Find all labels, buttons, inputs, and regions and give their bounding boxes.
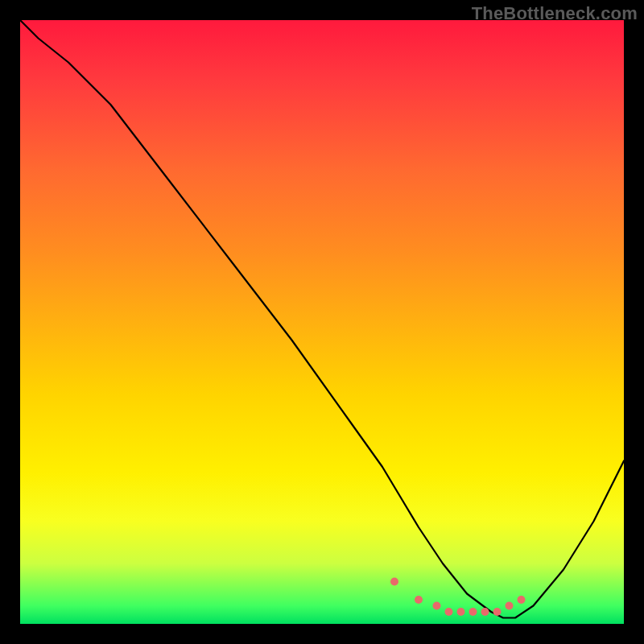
marker-dot [433,602,441,610]
plot-area [20,20,624,624]
marker-dot [445,608,453,616]
marker-dot [506,602,514,610]
bottleneck-curve-line [20,20,624,618]
chart-svg [20,20,624,624]
chart-container: TheBottleneck.com [0,0,644,644]
marker-dot [415,596,423,604]
marker-dot [493,608,502,616]
marker-dot [518,596,526,604]
marker-dot [457,608,465,616]
marker-dot [390,578,398,586]
marker-dot [481,608,489,616]
watermark-label: TheBottleneck.com [472,3,638,24]
marker-dot [469,608,477,616]
